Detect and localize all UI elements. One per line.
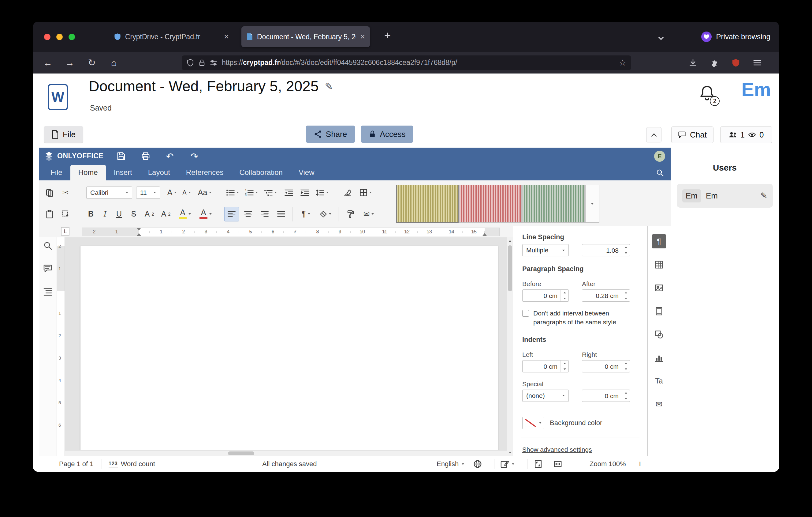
horizontal-scrollbar[interactable]	[65, 450, 507, 456]
forward-button[interactable]: →	[62, 55, 78, 71]
bullet-list-button[interactable]	[224, 185, 241, 200]
cut-button[interactable]: ✂	[58, 185, 72, 200]
spellcheck-language-button[interactable]	[473, 456, 482, 472]
zoom-out-button[interactable]: −	[574, 456, 579, 472]
right-indent-marker[interactable]	[483, 231, 487, 236]
tab-document[interactable]: Document - Wed, February 5, 2025 ×	[241, 26, 370, 47]
left-indent-marker[interactable]	[137, 231, 141, 236]
tab-stop-selector[interactable]: L	[61, 227, 69, 236]
multilevel-list-button[interactable]	[262, 185, 279, 200]
undo-button[interactable]: ↶	[162, 150, 178, 162]
increase-indent-button[interactable]	[298, 185, 312, 200]
document-type-icon[interactable]: W	[48, 84, 68, 110]
find-icon[interactable]	[43, 241, 52, 251]
advanced-settings-link[interactable]: Show advanced settings	[522, 446, 592, 453]
text-art-settings-icon[interactable]: Ta	[652, 374, 666, 388]
subscript-button[interactable]: A2	[158, 207, 173, 221]
lock-icon[interactable]	[199, 59, 205, 66]
align-center-button[interactable]	[241, 207, 256, 221]
oo-menu-home[interactable]: Home	[70, 165, 106, 181]
minimize-window-button[interactable]	[56, 34, 63, 40]
superscript-button[interactable]: A2	[142, 207, 157, 221]
horizontal-scroll-thumb[interactable]	[228, 452, 254, 455]
edit-name-pencil-icon[interactable]: ✎	[760, 191, 767, 200]
editor-user-avatar[interactable]: E	[654, 151, 665, 162]
strikethrough-button[interactable]: S	[127, 207, 140, 221]
style-gallery-expand-button[interactable]	[585, 185, 599, 223]
oo-menu-view[interactable]: View	[291, 165, 322, 181]
adblock-button[interactable]	[728, 55, 744, 71]
indent-right-spinner[interactable]: 0 cm	[582, 360, 630, 373]
rename-pencil-icon[interactable]: ✎	[325, 81, 333, 92]
special-indent-spinner[interactable]: 0 cm	[582, 389, 630, 402]
decrease-indent-button[interactable]	[282, 185, 296, 200]
highlight-color-button[interactable]: A	[175, 207, 194, 221]
user-list-item[interactable]: Em Em ✎	[677, 184, 773, 208]
oo-menu-insert[interactable]: Insert	[106, 165, 140, 181]
numbered-list-button[interactable]: 123	[243, 185, 260, 200]
bold-button[interactable]: B	[85, 207, 97, 221]
clear-style-button[interactable]	[341, 185, 355, 200]
chart-settings-icon[interactable]	[652, 351, 666, 365]
menu-button[interactable]	[749, 55, 765, 71]
style-swatch-3[interactable]	[522, 185, 585, 223]
line-spacing-amount-spinner[interactable]: 1.08	[582, 244, 630, 256]
vertical-ruler[interactable]: 21123456	[57, 237, 65, 456]
maximize-window-button[interactable]	[68, 34, 75, 40]
align-left-button[interactable]	[224, 207, 239, 221]
presence-button[interactable]: 1 0	[720, 127, 772, 143]
home-button[interactable]: ⌂	[106, 55, 122, 71]
url-text[interactable]: https://cryptpad.fr/doc/#/3/doc/edit/ff0…	[222, 58, 614, 67]
change-case-button[interactable]: Aa	[195, 185, 214, 200]
extensions-button[interactable]	[706, 55, 722, 71]
tab-cryptdrive[interactable]: CryptDrive - CryptPad.fr ×	[109, 26, 234, 47]
back-button[interactable]: ←	[40, 55, 56, 71]
indent-left-spinner[interactable]: 0 cm	[522, 360, 569, 373]
font-color-button[interactable]: A	[196, 207, 215, 221]
tab-close-button[interactable]: ×	[224, 33, 229, 41]
spinner-up[interactable]	[625, 247, 627, 248]
track-changes-button[interactable]	[500, 456, 514, 472]
document-page[interactable]	[80, 246, 498, 456]
scroll-down-button[interactable]	[507, 449, 513, 456]
permissions-icon[interactable]	[210, 59, 217, 66]
collapse-toolbar-button[interactable]	[646, 127, 662, 142]
reload-button[interactable]: ↻	[84, 55, 100, 71]
vertical-scrollbar[interactable]	[507, 237, 513, 456]
chat-button[interactable]: Chat	[671, 127, 714, 143]
url-bar[interactable]: https://cryptpad.fr/doc/#/3/doc/edit/ff0…	[182, 55, 631, 70]
style-swatch-1[interactable]	[396, 185, 459, 223]
special-indent-select[interactable]: (none)	[522, 389, 569, 402]
word-count-button[interactable]: 123 Word count	[109, 456, 155, 472]
tracking-shield-icon[interactable]	[186, 59, 194, 67]
underline-button[interactable]: U	[113, 207, 125, 221]
shape-settings-icon[interactable]	[652, 327, 666, 342]
bookmark-star-icon[interactable]: ☆	[619, 58, 626, 68]
user-avatar[interactable]: Em	[742, 78, 771, 100]
font-name-select[interactable]: Calibri	[86, 187, 132, 199]
spacing-before-spinner[interactable]: 0 cm	[522, 290, 569, 302]
zoom-in-button[interactable]: +	[637, 456, 643, 472]
redo-button[interactable]: ↷	[186, 150, 202, 162]
shading-color-button[interactable]	[317, 207, 335, 221]
copy-style-button[interactable]	[344, 207, 358, 221]
navigation-icon[interactable]	[43, 287, 52, 297]
document-canvas[interactable]	[65, 237, 513, 456]
image-settings-icon[interactable]	[652, 281, 666, 295]
paragraph-shading-button[interactable]	[357, 185, 374, 200]
no-interval-checkbox[interactable]	[522, 310, 529, 317]
save-button[interactable]	[113, 150, 129, 162]
fit-width-button[interactable]	[553, 456, 562, 472]
vertical-scroll-thumb[interactable]	[508, 245, 512, 291]
table-settings-icon[interactable]	[652, 257, 666, 272]
search-button[interactable]	[656, 169, 664, 178]
oo-menu-references[interactable]: References	[178, 165, 232, 181]
decrease-font-button[interactable]: A	[180, 185, 194, 200]
close-window-button[interactable]	[44, 34, 51, 40]
select-all-button[interactable]	[58, 207, 72, 221]
paragraph-settings-icon[interactable]: ¶	[652, 234, 666, 248]
share-button[interactable]: Share	[306, 126, 355, 143]
increase-font-button[interactable]: A	[165, 185, 179, 200]
notifications-bell-button[interactable]: 2	[699, 84, 717, 105]
list-tabs-button[interactable]	[658, 34, 664, 40]
